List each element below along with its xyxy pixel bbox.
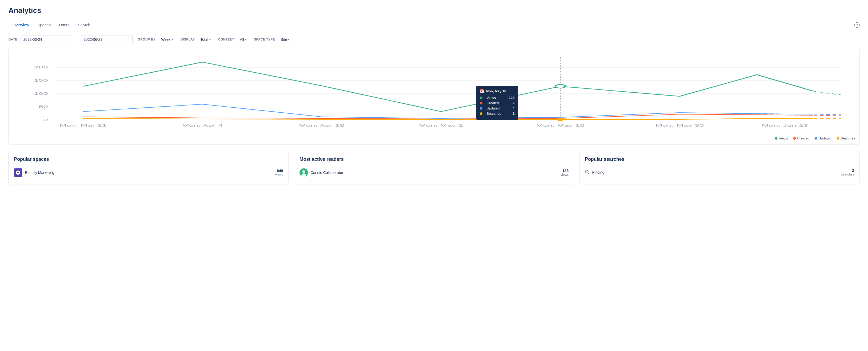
svg-point-22 xyxy=(302,170,305,173)
reader-views-label: views xyxy=(561,173,568,177)
legend-updated-dot xyxy=(814,137,817,140)
tooltip-searches-dot xyxy=(480,113,483,115)
date-from-input[interactable] xyxy=(21,35,72,43)
tab-overview[interactable]: Overview xyxy=(8,20,33,30)
svg-text:150: 150 xyxy=(34,79,48,82)
svg-text:0: 0 xyxy=(43,118,48,122)
reader-views: 133 views xyxy=(561,169,568,177)
reader-name: Connie Collaborator xyxy=(311,170,343,175)
search-term: Finding xyxy=(592,170,604,174)
group-by-chevron: ▾ xyxy=(172,38,173,41)
bottom-cards: Popular spaces Banc.ly Marketing 849 vie… xyxy=(8,151,860,185)
tooltip-updated-value: 4 xyxy=(513,106,515,110)
tooltip-views-row: Views 129 xyxy=(480,96,515,100)
space-info: Banc.ly Marketing xyxy=(14,168,54,177)
legend-updated: Updated xyxy=(814,136,831,140)
svg-line-25 xyxy=(588,172,589,174)
date-to-input[interactable] xyxy=(81,35,133,43)
space-name: Banc.ly Marketing xyxy=(25,170,54,175)
date-label: DATE xyxy=(8,38,18,41)
space-item: Banc.ly Marketing 849 views xyxy=(14,166,283,179)
group-by-label: GROUP BY xyxy=(138,38,156,41)
popular-spaces-card: Popular spaces Banc.ly Marketing 849 vie… xyxy=(8,151,289,185)
space-views-label: views xyxy=(275,173,283,177)
space-type-chevron: ▾ xyxy=(288,38,289,41)
legend-searches-label: Searches xyxy=(841,136,855,140)
tab-search[interactable]: Search xyxy=(74,20,95,30)
svg-text:Mon, Apr 4: Mon, Apr 4 xyxy=(182,124,223,127)
main-chart-svg: 0 50 100 150 200 Mon, Mar 21 Mon, Apr 4 … xyxy=(13,54,855,133)
tooltip-header: 📅 Mon, May 16 xyxy=(480,89,515,93)
content-chevron: ▾ xyxy=(245,38,246,41)
popular-spaces-title: Popular spaces xyxy=(14,157,283,162)
display-chevron: ▾ xyxy=(209,38,211,41)
display-label: DISPLAY xyxy=(181,38,195,41)
group-by-select[interactable]: Week ▾ xyxy=(159,35,175,43)
display-select[interactable]: Total ▾ xyxy=(198,35,213,43)
reader-views-count: 133 xyxy=(561,169,568,173)
page-title: Analytics xyxy=(8,6,860,15)
svg-text:Mon, Mar 21: Mon, Mar 21 xyxy=(60,124,107,127)
svg-text:Mon, Jun 13: Mon, Jun 13 xyxy=(762,124,808,127)
space-type-select[interactable]: Site ▾ xyxy=(278,35,291,43)
svg-text:50: 50 xyxy=(39,105,48,108)
tooltip-created-label: Created xyxy=(487,101,508,105)
filters-bar: DATE – GROUP BY Week ▾ DISPLAY Total ▾ C… xyxy=(8,35,860,43)
tab-spaces[interactable]: Spaces xyxy=(33,20,55,30)
most-active-readers-title: Most active readers xyxy=(300,157,569,162)
tooltip-created-value: 2 xyxy=(513,101,515,105)
legend-updated-label: Updated xyxy=(818,136,831,140)
svg-point-19 xyxy=(555,85,565,88)
svg-point-20 xyxy=(557,118,564,121)
legend-searches-dot xyxy=(837,137,839,140)
chart-legend: Views Created Updated Searches xyxy=(13,136,855,140)
legend-views-dot xyxy=(775,137,777,140)
tab-users[interactable]: Users xyxy=(55,20,74,30)
tooltip-views-value: 129 xyxy=(509,96,515,100)
reader-info: Connie Collaborator xyxy=(300,168,343,177)
date-separator: – xyxy=(75,37,78,41)
svg-text:Mon, Apr 18: Mon, Apr 18 xyxy=(299,124,344,127)
reader-item: Connie Collaborator 133 views xyxy=(300,166,569,179)
tooltip-views-label: Views xyxy=(487,96,504,100)
space-icon xyxy=(14,168,22,177)
tooltip-views-dot xyxy=(480,97,483,99)
space-views: 849 views xyxy=(275,169,283,177)
legend-searches: Searches xyxy=(837,136,855,140)
calendar-icon: 📅 xyxy=(480,89,484,93)
search-info: Finding xyxy=(585,170,604,175)
chart-container: 0 50 100 150 200 Mon, Mar 21 Mon, Apr 4 … xyxy=(8,47,860,145)
legend-created-label: Created xyxy=(797,136,809,140)
svg-text:Mon, May 2: Mon, May 2 xyxy=(419,124,463,127)
svg-text:200: 200 xyxy=(34,65,48,69)
svg-text:100: 100 xyxy=(34,92,48,95)
tab-group: Overview Spaces Users Search xyxy=(8,20,94,30)
avatar xyxy=(300,168,308,177)
tooltip-created-dot xyxy=(480,102,483,104)
help-icon[interactable]: ? xyxy=(854,22,860,28)
content-select[interactable]: All ▾ xyxy=(238,35,249,43)
chart-tooltip: 📅 Mon, May 16 Views 129 Created 2 Update… xyxy=(476,86,518,120)
popular-searches-title: Popular searches xyxy=(585,157,854,162)
tooltip-searches-label: Searches xyxy=(487,111,508,116)
search-count-label: searches xyxy=(841,172,854,176)
tabs-bar: Overview Spaces Users Search ? xyxy=(8,20,860,30)
tooltip-date: Mon, May 16 xyxy=(486,89,506,93)
search-count-num: 2 xyxy=(841,168,854,172)
tooltip-searches-row: Searches 1 xyxy=(480,111,515,116)
tooltip-updated-dot xyxy=(480,107,483,110)
tooltip-searches-value: 1 xyxy=(513,111,515,116)
tooltip-updated-row: Updated 4 xyxy=(480,106,515,110)
tooltip-created-row: Created 2 xyxy=(480,101,515,105)
popular-searches-card: Popular searches Finding 2 searches xyxy=(579,151,860,185)
legend-created: Created xyxy=(793,136,809,140)
legend-views-label: Views xyxy=(779,136,788,140)
legend-views: Views xyxy=(775,136,788,140)
svg-text:Mon, May 30: Mon, May 30 xyxy=(655,124,704,127)
search-item: Finding 2 searches xyxy=(585,166,854,179)
tooltip-updated-label: Updated xyxy=(487,106,508,110)
svg-text:Mon, May 16: Mon, May 16 xyxy=(536,124,585,127)
space-views-count: 849 xyxy=(275,169,283,173)
search-icon xyxy=(585,170,590,175)
chart-area: 0 50 100 150 200 Mon, Mar 21 Mon, Apr 4 … xyxy=(13,54,855,133)
